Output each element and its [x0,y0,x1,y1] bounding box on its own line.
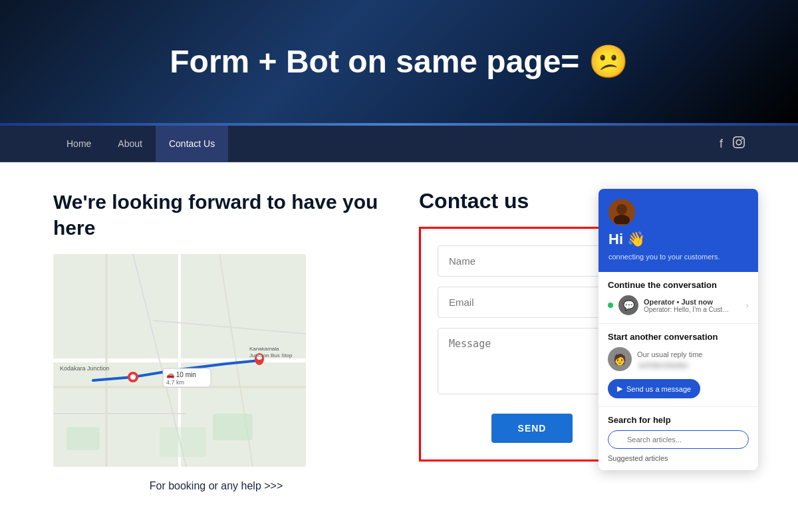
svg-text:Junction Bus Stop: Junction Bus Stop [249,352,293,358]
reply-time-value: ● A few minutes [637,361,690,370]
right-column: Contact us SEND Hi 👋 connecting you to y… [419,189,745,492]
search-wrap: 🔍 [608,430,749,449]
conv-arrow-icon: › [745,300,749,311]
chat-continue-section: Continue the conversation 💬 Operator • J… [598,272,758,324]
svg-rect-20 [66,427,100,450]
operator-avatar: 💬 [618,295,638,315]
svg-rect-19 [213,414,253,440]
nav-links: Home About Contact Us [53,126,720,162]
facebook-icon[interactable]: f [720,137,723,151]
operator-message: Operator: Hello, I'm a Custom Bot 👋 ... [644,306,730,313]
chat-widget: Hi 👋 connecting you to your customers. C… [598,189,758,470]
left-column: We're looking forward to have you here [53,189,379,492]
online-dot [608,303,613,308]
send-msg-icon: ▶ [617,384,622,393]
instagram-icon[interactable] [733,136,745,152]
navbar: Home About Contact Us f [0,126,798,162]
svg-point-10 [130,374,136,380]
nav-item-contact[interactable]: Contact Us [156,126,228,162]
suggested-articles-label: Suggested articles [608,454,749,462]
nav-item-about[interactable]: About [104,126,156,162]
chat-conversation-item[interactable]: 💬 Operator • Just now Operator: Hello, I… [608,295,749,315]
svg-text:4.7 km: 4.7 km [166,379,184,386]
reply-time-label: Our usual reply time [637,350,702,358]
main-content: We're looking forward to have you here [0,162,798,519]
booking-text: For booking or any help >>> [53,480,379,492]
hero-title: Form + Bot on same page= 😕 [170,43,628,80]
svg-text:🚗 10 min: 🚗 10 min [166,370,196,379]
svg-rect-21 [160,427,206,457]
operator-name: Operator • Just now [644,298,740,306]
conv-text-block: Operator • Just now Operator: Hello, I'm… [644,298,740,313]
search-articles-input[interactable] [608,430,749,449]
svg-point-23 [614,215,630,224]
nav-social: f [720,136,745,152]
send-button[interactable]: SEND [491,414,573,443]
chat-subtitle: connecting you to your customers. [608,252,748,262]
hero-emoji: 😕 [589,44,628,79]
chat-avatar [608,199,635,225]
search-title: Search for help [608,415,749,425]
chat-start-title: Start another conversation [608,332,749,342]
svg-text:Kodakara Junction: Kodakara Junction [60,365,110,372]
chat-header: Hi 👋 connecting you to your customers. [598,189,758,272]
chat-continue-title: Continue the conversation [608,280,749,290]
send-msg-label: Send us a message [626,385,691,393]
left-heading: We're looking forward to have you here [53,189,379,241]
nav-item-home[interactable]: Home [53,126,104,162]
svg-text:Kanakamala: Kanakamala [249,346,279,352]
hero-banner: Form + Bot on same page= 😕 [0,0,798,123]
chat-start-section: Start another conversation 🧑 Our usual r… [598,324,758,407]
start-avatar: 🧑 [608,347,632,371]
chat-search-section: Search for help 🔍 Suggested articles [598,407,758,470]
svg-point-22 [616,204,627,215]
send-message-button[interactable]: ▶ Send us a message [608,379,700,398]
map-container: 🚗 10 min 4.7 km Kodakara Junction Kanaka… [53,254,306,467]
chat-hi-text: Hi 👋 [608,231,748,248]
